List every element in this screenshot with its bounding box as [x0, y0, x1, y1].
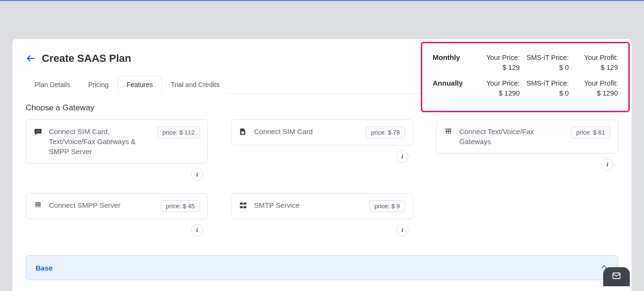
server-stack-icon	[239, 201, 248, 212]
page-title: Create SAAS Plan	[42, 52, 131, 65]
back-arrow-icon[interactable]	[26, 53, 36, 64]
mail-icon	[610, 271, 623, 282]
gateway-card[interactable]: SMTP Service price: $ 9	[231, 193, 413, 219]
gateway-price-badge: price: $ 61	[571, 126, 610, 138]
svg-rect-18	[244, 206, 246, 209]
summary-smsit-price: SMS-iT Price: $ 0	[522, 53, 568, 73]
svg-rect-4	[241, 131, 244, 134]
summary-your-price: Your Price: $ 1290	[474, 78, 520, 98]
tab-features[interactable]: Features	[118, 76, 162, 94]
gateway-item: SMTP Service price: $ 9 i	[231, 193, 413, 236]
chat-bubble-icon	[34, 127, 43, 138]
gateway-item: Connect SIM Card, Text/Voice/Fax Gateway…	[26, 119, 208, 181]
svg-point-3	[39, 131, 40, 132]
gateway-item: Connect Text/Voice/Fax Gateways price: $…	[436, 119, 618, 181]
info-icon[interactable]: i	[396, 224, 408, 236]
info-icon[interactable]: i	[191, 224, 203, 236]
gateway-price-badge: price: $ 78	[366, 126, 405, 138]
gateway-price-badge: price: $ 45	[161, 200, 200, 212]
svg-point-1	[36, 131, 37, 132]
tab-pricing[interactable]: Pricing	[79, 76, 118, 94]
summary-your-price: Your Price: $ 129	[474, 53, 520, 73]
summary-period: Annually	[433, 78, 471, 87]
summary-row-annually: Annually Your Price: $ 1290 SMS-iT Price…	[433, 78, 618, 98]
accordion-base[interactable]: Base	[26, 255, 618, 280]
gateway-price-badge: price: $ 112	[157, 126, 200, 138]
summary-row-monthly: Monthly Your Price: $ 129 SMS-iT Price: …	[433, 53, 618, 73]
gateway-price-badge: price: $ 9	[369, 200, 405, 212]
summary-period: Monthly	[433, 53, 471, 61]
gateway-card[interactable]: Connect SIM Card, Text/Voice/Fax Gateway…	[26, 119, 208, 164]
svg-rect-15	[240, 203, 243, 205]
gateway-item: Connect SIM Card price: $ 78 i	[231, 119, 413, 181]
summary-profit: Your Profit: $ 129	[572, 53, 618, 73]
gateway-label: Connect Text/Voice/Fax Gateways	[459, 126, 565, 146]
info-icon[interactable]: i	[601, 158, 614, 171]
gateway-icon	[444, 127, 454, 137]
gateway-card[interactable]: Connect SMPP Server price: $ 45	[26, 193, 208, 219]
info-icon[interactable]: i	[191, 168, 203, 181]
tab-trial-credits[interactable]: Trial and Credits	[162, 76, 228, 94]
gateway-item: Connect SMPP Server price: $ 45 i	[26, 193, 208, 236]
accordion-label: Base	[36, 264, 53, 272]
gateway-grid: Connect SIM Card, Text/Voice/Fax Gateway…	[26, 119, 618, 236]
tab-plan-details[interactable]: Plan Details	[26, 76, 79, 94]
gateway-label: SMTP Service	[254, 200, 364, 210]
info-icon[interactable]: i	[396, 150, 408, 163]
summary-profit: Your Profit: $ 1290	[572, 78, 618, 98]
summary-smsit-price: SMS-iT Price: $ 0	[522, 78, 568, 98]
gateway-card[interactable]: Connect Text/Voice/Fax Gateways price: $…	[436, 119, 618, 154]
sim-card-icon	[239, 127, 248, 138]
gateway-icon	[34, 201, 43, 211]
svg-rect-17	[240, 206, 243, 209]
gateway-card[interactable]: Connect SIM Card price: $ 78	[231, 119, 413, 146]
gateway-label: Connect SIM Card, Text/Voice/Fax Gateway…	[49, 126, 152, 156]
gateway-label: Connect SIM Card	[254, 126, 360, 136]
gateway-label: Connect SMPP Server	[49, 200, 155, 210]
pricing-summary-panel: Monthly Your Price: $ 129 SMS-iT Price: …	[421, 42, 630, 112]
chat-widget-button[interactable]	[603, 267, 630, 286]
svg-rect-16	[244, 203, 246, 205]
svg-point-2	[38, 131, 38, 132]
